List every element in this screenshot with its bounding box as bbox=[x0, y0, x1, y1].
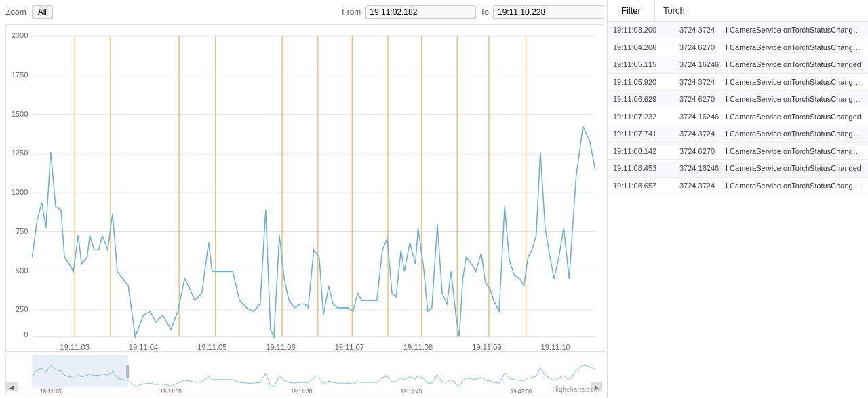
chart-area: Zoom All From To 2000 1750 1500 1250 100… bbox=[0, 0, 607, 398]
from-input[interactable] bbox=[365, 5, 476, 19]
log-item[interactable]: 19:11:05.1153724 16246I CameraService on… bbox=[608, 56, 868, 74]
main-container: Zoom All From To 2000 1750 1500 1250 100… bbox=[0, 0, 868, 398]
log-time: 19:11:07.741 bbox=[613, 128, 674, 140]
svg-rect-48 bbox=[126, 365, 129, 378]
svg-text:19:11:30: 19:11:30 bbox=[291, 389, 313, 395]
svg-text:19:11:06: 19:11:06 bbox=[266, 343, 295, 351]
svg-rect-38 bbox=[32, 355, 128, 387]
log-pids: 3724 3724 bbox=[679, 77, 720, 88]
log-item[interactable]: 19:11:08.6573724 3724I CameraService onT… bbox=[608, 178, 868, 195]
log-item[interactable]: 19:11:07.7413724 3724I CameraService onT… bbox=[608, 125, 868, 143]
mini-chart-svg: 19:11:15 19:11:30 19:11:30 19:11:45 19:4… bbox=[6, 355, 604, 395]
svg-text:19:11:08: 19:11:08 bbox=[403, 343, 433, 351]
log-list: 19:11:03.2003724 3724I CameraService onT… bbox=[608, 22, 868, 398]
log-time: 19:11:04.206 bbox=[613, 42, 674, 54]
log-time: 19:11:03.200 bbox=[613, 24, 674, 36]
log-time: 19:11:07.232 bbox=[613, 111, 674, 123]
log-message: I CameraService onTorchStatusChangedL bbox=[726, 180, 863, 192]
svg-text:2000: 2000 bbox=[12, 31, 28, 39]
log-pids: 3724 6270 bbox=[679, 42, 720, 54]
log-pids: 3724 3724 bbox=[679, 128, 720, 140]
svg-text:1250: 1250 bbox=[12, 148, 28, 157]
zoom-label: Zoom bbox=[5, 7, 26, 17]
torch-title: Torch bbox=[655, 0, 693, 21]
svg-text:19:42:00: 19:42:00 bbox=[511, 389, 532, 395]
log-time: 19:11:08.657 bbox=[613, 180, 674, 192]
log-pids: 3724 16246 bbox=[679, 59, 720, 71]
to-input[interactable] bbox=[493, 5, 604, 19]
svg-text:◄: ◄ bbox=[9, 384, 15, 391]
svg-text:250: 250 bbox=[16, 305, 28, 313]
svg-text:19:11:04: 19:11:04 bbox=[129, 343, 159, 351]
log-time: 19:11:05.115 bbox=[613, 59, 674, 71]
filter-tab[interactable]: Filter bbox=[608, 0, 655, 21]
zoom-section: Zoom All bbox=[5, 5, 53, 19]
log-item[interactable]: 19:11:04.2063724 6270I CameraService onT… bbox=[608, 39, 868, 57]
log-message: I CameraService onTorchStatusChangedL bbox=[726, 24, 863, 36]
log-time: 19:11:05.920 bbox=[613, 77, 674, 88]
svg-text:1000: 1000 bbox=[12, 188, 28, 196]
log-pids: 3724 16246 bbox=[679, 111, 720, 123]
mini-chart[interactable]: 19:11:15 19:11:30 19:11:30 19:11:45 19:4… bbox=[5, 355, 604, 395]
log-item[interactable]: 19:11:07.2323724 16246I CameraService on… bbox=[608, 108, 868, 126]
log-message: I CameraService onTorchStatusChangedL bbox=[726, 42, 863, 54]
from-label: From bbox=[342, 7, 361, 17]
svg-text:19:11:15: 19:11:15 bbox=[40, 389, 62, 395]
log-message: I CameraService onTorchStatusChangedL bbox=[726, 128, 863, 140]
log-time: 19:11:08.453 bbox=[613, 163, 674, 174]
panel-header: Filter Torch bbox=[608, 0, 868, 22]
log-item[interactable]: 19:11:05.9203724 3724I CameraService onT… bbox=[608, 74, 868, 92]
log-item[interactable]: 19:11:08.4533724 16246I CameraService on… bbox=[608, 160, 868, 178]
log-item[interactable]: 19:11:06.6293724 6270I CameraService onT… bbox=[608, 91, 868, 108]
right-panel: Filter Torch 19:11:03.2003724 3724I Came… bbox=[607, 0, 868, 398]
zoom-all-button[interactable]: All bbox=[32, 5, 53, 19]
log-pids: 3724 3724 bbox=[679, 180, 720, 192]
log-pids: 3724 16246 bbox=[679, 163, 720, 174]
log-message: I CameraService onTorchStatusChanged bbox=[726, 111, 861, 123]
svg-text:0: 0 bbox=[24, 330, 28, 338]
svg-text:19:11:09: 19:11:09 bbox=[472, 343, 501, 351]
svg-text:1500: 1500 bbox=[12, 109, 28, 117]
log-message: I CameraService onTorchStatusChanged bbox=[726, 59, 861, 71]
log-item[interactable]: 19:11:03.2003724 3724I CameraService onT… bbox=[608, 22, 868, 39]
log-pids: 3724 3724 bbox=[679, 24, 720, 36]
svg-text:19:11:03: 19:11:03 bbox=[60, 343, 90, 351]
log-message: I CameraService onTorchStatusChangedL bbox=[726, 77, 863, 88]
svg-text:1750: 1750 bbox=[12, 71, 28, 79]
to-label: To bbox=[480, 7, 489, 17]
time-range-section: From To bbox=[342, 5, 604, 19]
main-chart-svg: 2000 1750 1500 1250 1000 750 500 250 0 bbox=[6, 25, 604, 351]
main-chart[interactable]: 2000 1750 1500 1250 1000 750 500 250 0 bbox=[5, 24, 604, 352]
svg-text:19:11:45: 19:11:45 bbox=[401, 389, 422, 395]
svg-text:750: 750 bbox=[16, 227, 28, 235]
log-time: 19:11:08.142 bbox=[613, 146, 674, 157]
log-message: I CameraService onTorchStatusChanged bbox=[726, 163, 861, 174]
log-pids: 3724 6270 bbox=[679, 94, 720, 105]
svg-text:19:11:07: 19:11:07 bbox=[335, 343, 364, 351]
highcharts-credit: Highcharts.com bbox=[553, 386, 599, 393]
log-time: 19:11:06.629 bbox=[613, 94, 674, 105]
svg-text:19:11:05: 19:11:05 bbox=[197, 343, 226, 351]
log-message: I CameraService onTorchStatusChangedL bbox=[726, 146, 863, 157]
svg-text:19:11:30: 19:11:30 bbox=[160, 389, 182, 395]
chart-controls: Zoom All From To bbox=[5, 5, 604, 19]
svg-text:19:11:10: 19:11:10 bbox=[540, 343, 570, 351]
log-message: I CameraService onTorchStatusChangedL bbox=[726, 94, 863, 105]
log-item[interactable]: 19:11:08.1423724 6270I CameraService onT… bbox=[608, 143, 868, 161]
log-pids: 3724 6270 bbox=[679, 146, 720, 157]
svg-text:500: 500 bbox=[16, 266, 28, 274]
